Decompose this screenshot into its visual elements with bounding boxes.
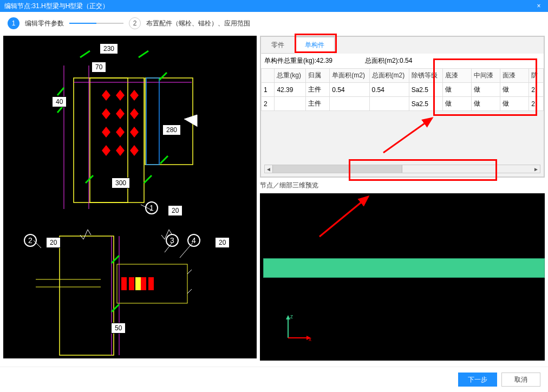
th-idx	[262, 69, 275, 83]
th-weight: 总重(kg)	[275, 69, 306, 83]
scroll-track[interactable]	[272, 165, 532, 173]
cell-rust[interactable]: Sa2.5	[409, 83, 442, 97]
cancel-button[interactable]: 取消	[501, 373, 540, 387]
table-header: 总重(kg) 归属 单面积(m2) 总面积(m2) 除锈等级 底漆 中间漆 面漆…	[262, 69, 544, 83]
tab-part[interactable]: 零件	[261, 37, 295, 54]
drawing-canvas[interactable]: 230 70 40 280 300 20 20 20 50 1 2 3 4	[3, 36, 257, 358]
cell-primer[interactable]: 做	[442, 97, 471, 111]
dim-280: 280	[162, 125, 181, 135]
svg-rect-35	[141, 277, 146, 290]
svg-line-47	[383, 118, 432, 153]
svg-rect-37	[135, 277, 141, 284]
svg-rect-36	[148, 277, 154, 290]
cell-weight[interactable]	[275, 97, 306, 111]
th-single-area: 单面积(m2)	[330, 69, 369, 83]
step-header: 1 编辑零件参数 2 布置配件（螺栓、锚栓）、应用范围	[0, 12, 548, 36]
svg-line-8	[139, 51, 148, 57]
cell-sa[interactable]: 0.54	[330, 83, 369, 97]
svg-line-11	[159, 73, 167, 80]
table-row[interactable]: 2 主件 Sa2.5 做 做 做 2.	[262, 97, 544, 111]
table-row[interactable]: 1 42.39 主件 0.54 0.54 Sa2.5 做 做 做 2.	[262, 83, 544, 97]
cell-ta[interactable]: 0.54	[369, 83, 409, 97]
cell-top[interactable]: 做	[500, 83, 529, 97]
summary-weight: 单构件总重量(kg):42.39	[264, 56, 332, 66]
svg-line-13	[86, 175, 93, 183]
summary-row: 单构件总重量(kg):42.39 总面积(m2):0.54	[261, 54, 544, 68]
component-table[interactable]: 总重(kg) 归属 单面积(m2) 总面积(m2) 除锈等级 底漆 中间漆 面漆…	[261, 68, 544, 111]
svg-marker-17	[130, 90, 139, 101]
th-fire: 防	[529, 69, 544, 83]
svg-rect-38	[135, 284, 141, 290]
svg-marker-23	[130, 127, 139, 138]
properties-panel: 零件 单构件 单构件总重量(kg):42.39 总面积(m2):0.54 总重(…	[260, 36, 545, 178]
step-1-circle[interactable]: 1	[8, 17, 19, 29]
cell-mid[interactable]: 做	[471, 97, 500, 111]
cell-belong[interactable]: 主件	[306, 83, 330, 97]
dim-20a: 20	[168, 205, 182, 216]
svg-line-41	[187, 270, 192, 274]
marker-1: 1	[145, 201, 158, 214]
svg-line-42	[187, 289, 192, 293]
tab-bar: 零件 单构件	[261, 37, 544, 54]
svg-marker-50	[286, 315, 290, 319]
th-rust: 除锈等级	[409, 69, 442, 83]
beam-3d	[263, 258, 545, 278]
dim-50: 50	[111, 323, 126, 334]
scroll-left-arrow[interactable]: ◄	[265, 166, 272, 172]
dim-20b: 20	[46, 237, 61, 248]
cell-fire[interactable]: 2.	[529, 97, 544, 111]
svg-marker-20	[130, 108, 139, 119]
step-2-label: 布置配件（螺栓、锚栓）、应用范围	[146, 19, 250, 28]
main-area: 230 70 40 280 300 20 20 20 50 1 2 3 4 零件…	[0, 36, 548, 361]
summary-area: 总面积(m2):0.54	[365, 56, 412, 66]
cell-belong[interactable]: 主件	[306, 97, 330, 111]
th-topcoat: 面漆	[500, 69, 529, 83]
svg-marker-16	[116, 90, 125, 101]
axis-gizmo: z x	[282, 312, 314, 344]
marker-4: 4	[187, 234, 200, 247]
svg-marker-21	[102, 127, 110, 138]
cell-primer[interactable]: 做	[442, 83, 471, 97]
th-total-area: 总面积(m2)	[369, 69, 409, 83]
cell-fire[interactable]: 2.	[529, 83, 544, 97]
close-button[interactable]: ×	[534, 0, 544, 12]
tab-single-component[interactable]: 单构件	[295, 37, 335, 54]
svg-line-12	[160, 156, 168, 164]
cell-top[interactable]: 做	[500, 97, 529, 111]
scroll-thumb[interactable]	[272, 165, 402, 173]
dim-300: 300	[112, 178, 130, 188]
preview-title: 节点／细部三维预览	[260, 180, 545, 191]
preview-3d-viewport[interactable]: z x	[260, 193, 545, 361]
th-midcoat: 中间漆	[471, 69, 500, 83]
svg-marker-18	[102, 108, 110, 119]
horizontal-scrollbar[interactable]: ◄ ►	[264, 165, 540, 173]
cell-mid[interactable]: 做	[471, 83, 500, 97]
cell-idx: 1	[262, 83, 275, 97]
window-title: 编辑节点:31.H型梁与H型梁（正交）	[4, 0, 109, 12]
dim-230: 230	[100, 43, 118, 54]
scroll-right-arrow[interactable]: ►	[532, 166, 540, 172]
dim-20c: 20	[215, 237, 230, 248]
cell-ta[interactable]	[369, 97, 409, 111]
step-1-label: 编辑零件参数	[25, 19, 64, 28]
step-connector	[69, 23, 123, 24]
title-bar: 编辑节点:31.H型梁与H型梁（正交） ×	[0, 0, 548, 12]
cell-idx: 2	[262, 97, 275, 111]
marker-3: 3	[166, 234, 179, 247]
svg-marker-19	[116, 108, 125, 119]
next-button[interactable]: 下一步	[458, 373, 497, 387]
marker-2: 2	[24, 234, 37, 247]
step-2-circle[interactable]: 2	[129, 17, 141, 29]
th-primer: 底漆	[442, 69, 471, 83]
dim-40: 40	[52, 96, 67, 107]
svg-line-48	[319, 197, 368, 237]
svg-marker-24	[102, 145, 110, 156]
svg-rect-34	[129, 277, 134, 290]
svg-rect-5	[145, 78, 193, 165]
cell-weight[interactable]: 42.39	[275, 83, 306, 97]
right-column: 零件 单构件 单构件总重量(kg):42.39 总面积(m2):0.54 总重(…	[260, 36, 545, 361]
cell-rust[interactable]: Sa2.5	[409, 97, 442, 111]
cell-sa[interactable]	[330, 97, 369, 111]
svg-marker-15	[102, 90, 110, 101]
svg-marker-25	[116, 145, 125, 156]
